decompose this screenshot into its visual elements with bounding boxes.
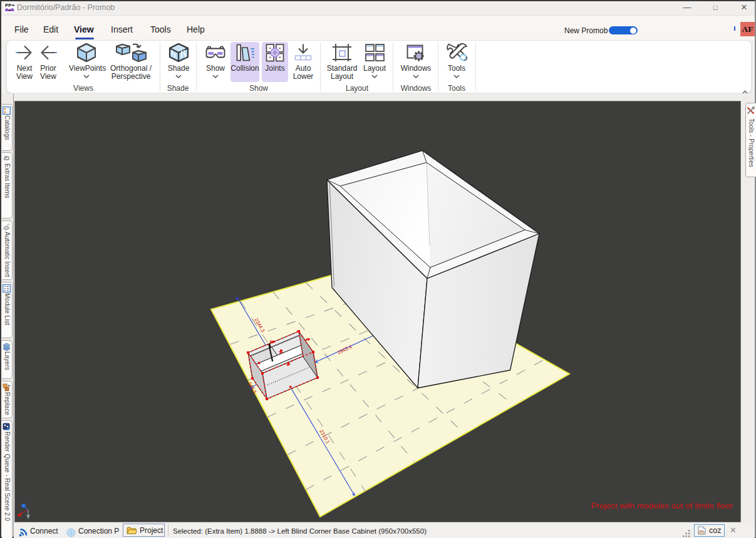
svg-text:Project with modules out of li: Project with modules out of limits floor [591, 501, 733, 510]
svg-text:PP+: PP+ [5, 3, 15, 8]
